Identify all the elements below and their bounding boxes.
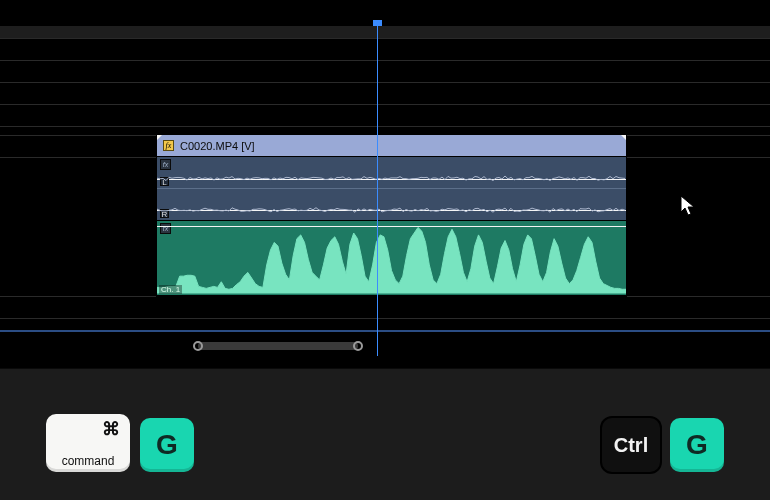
fx-icon[interactable]: fx [163,140,174,151]
track-separator [0,104,770,105]
timeline-panel[interactable]: fx C0020.MP4 [V] fx L R fx [0,26,770,356]
audio-clip-mono[interactable]: fx Ch. 1 [157,221,626,296]
app-stage: fx C0020.MP4 [V] fx L R fx [0,0,770,500]
timeline-bottom-rule [0,330,770,332]
video-clip-label: C0020.MP4 [V] [180,140,255,152]
channel-label-mono: Ch. 1 [159,285,182,294]
stereo-channel-left[interactable]: L [157,157,626,189]
track-separator [0,38,770,39]
command-key: ⌘ command [46,414,130,472]
clip-out-handle-icon[interactable] [621,135,626,140]
g-key: G [670,418,724,472]
track-separator [0,318,770,319]
waveform-quiet [157,188,626,220]
track-separator [0,82,770,83]
stereo-channel-right[interactable]: R [157,188,626,220]
track-separator [0,60,770,61]
g-key: G [140,418,194,472]
waveform-quiet [157,157,626,188]
zoom-handle-right[interactable] [353,341,363,351]
track-separator [0,296,770,297]
command-key-label: command [62,454,115,468]
clip-in-handle-icon[interactable] [157,135,162,140]
shortcut-windows: Ctrl G [602,418,724,472]
timeline-zoom-scrollbar[interactable] [198,342,358,350]
command-symbol-icon: ⌘ [102,420,120,438]
zoom-handle-left[interactable] [193,341,203,351]
ctrl-key: Ctrl [602,418,660,472]
video-clip[interactable]: fx C0020.MP4 [V] [157,135,626,157]
audio-clip-stereo[interactable]: fx L R [157,157,626,221]
shortcut-overlay: ⌘ command G Ctrl G [0,368,770,500]
track-separator [0,126,770,127]
clip-group[interactable]: fx C0020.MP4 [V] fx L R fx [157,135,626,296]
waveform-loud [157,221,626,295]
shortcut-mac: ⌘ command G [46,414,194,472]
time-ruler[interactable] [0,26,770,38]
